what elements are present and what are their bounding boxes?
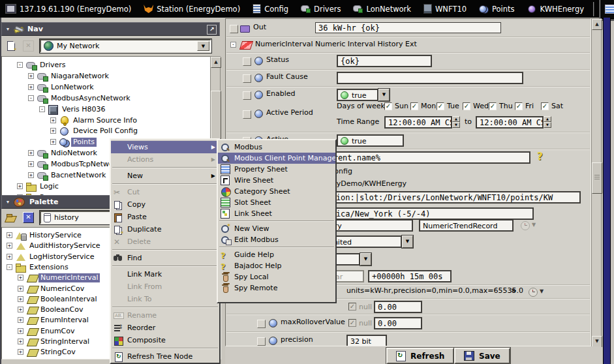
expand-icon[interactable]: + bbox=[18, 275, 23, 281]
day-checkbox-thu[interactable]: ✓ bbox=[489, 102, 497, 110]
expand-icon[interactable]: + bbox=[7, 232, 12, 238]
null-checkbox[interactable]: ✓ bbox=[348, 319, 356, 327]
collapse-icon[interactable]: - bbox=[17, 62, 23, 68]
submenu-guide-help[interactable]: Guide Help bbox=[218, 249, 335, 260]
time-from-field[interactable]: 12:00:00 AM CST bbox=[384, 116, 452, 129]
nav-root-selector[interactable]: My Network ▼ bbox=[40, 39, 211, 53]
submenu-modbus-client-point-manager[interactable]: Modbus Client Point Manager bbox=[218, 153, 335, 164]
context-menu-find[interactable]: Find bbox=[111, 252, 219, 264]
nav-tree-item-lonnetwork[interactable]: +LonNetwork bbox=[2, 82, 211, 93]
slot-checkbox[interactable] bbox=[257, 320, 266, 328]
time-to-field[interactable]: 12:00:00 AM CST bbox=[476, 116, 544, 129]
toolbar-item-kwhenergy[interactable]: KWHEnergy bbox=[527, 5, 584, 14]
expand-icon[interactable]: + bbox=[18, 317, 23, 323]
history-clock-icon[interactable] bbox=[529, 288, 538, 297]
context-menu-composite[interactable]: Composite bbox=[111, 334, 219, 346]
enabled-dropdown[interactable]: true bbox=[337, 89, 378, 101]
collapse-icon[interactable]: - bbox=[230, 42, 236, 48]
expand-icon[interactable]: + bbox=[50, 128, 56, 134]
scroll-down-icon[interactable]: ▼ bbox=[592, 336, 602, 347]
max-rollover-field[interactable]: 0.00 bbox=[374, 317, 422, 329]
nav-tree-item-niagaranetwork[interactable]: +NiagaraNetwork bbox=[2, 71, 211, 82]
expand-icon[interactable]: + bbox=[50, 117, 56, 123]
new-document-icon[interactable] bbox=[6, 41, 17, 51]
expand-icon[interactable]: + bbox=[18, 286, 23, 292]
view-selector[interactable]: Property Sheet ▾ bbox=[600, 0, 614, 20]
fault-cause-field[interactable] bbox=[337, 72, 523, 84]
scroll-up-icon[interactable]: ▲ bbox=[211, 57, 221, 68]
submenu-link-sheet[interactable]: Link Sheet bbox=[218, 208, 335, 219]
collapse-arrow-icon[interactable]: ▾ bbox=[7, 26, 9, 32]
time-to-spinner[interactable]: ▲▼ bbox=[544, 116, 551, 129]
null-checkbox[interactable]: ✓ bbox=[348, 303, 356, 311]
nav-tree-item-alarm-source-info[interactable]: +Alarm Source Info bbox=[2, 115, 211, 127]
submenu-spy-remote[interactable]: Spy Remote bbox=[218, 282, 335, 294]
time-from-spinner[interactable]: ▲▼ bbox=[452, 116, 460, 129]
context-menu-refresh-tree-node[interactable]: Refresh Tree Node bbox=[111, 350, 219, 363]
collapse-icon[interactable]: - bbox=[28, 95, 34, 101]
context-menu-copy[interactable]: Copy bbox=[111, 198, 219, 211]
slot-checkbox[interactable] bbox=[243, 74, 251, 83]
submenu-new-view[interactable]: New View bbox=[218, 223, 335, 234]
day-checkbox-wed[interactable]: ✓ bbox=[463, 102, 470, 110]
history-name-field[interactable]: %parent.name% bbox=[315, 151, 530, 164]
expand-icon[interactable]: + bbox=[50, 139, 56, 145]
timezone-field[interactable]: America/New_York (-5/-4) bbox=[313, 207, 534, 220]
close-palette-button[interactable]: ✕ bbox=[23, 212, 34, 223]
chevron-down-icon[interactable]: ▼ bbox=[402, 235, 413, 248]
nav-tree-item-drivers[interactable]: -Drivers bbox=[2, 60, 211, 71]
nav-panel-header[interactable]: ▾ Nav ↗ bbox=[1, 22, 220, 36]
maximize-icon[interactable]: ↗ bbox=[207, 25, 217, 35]
property-scrollbar-thumb[interactable] bbox=[592, 162, 602, 194]
day-checkbox-sun[interactable]: ✓ bbox=[384, 102, 392, 110]
facets-more-button[interactable]: » bbox=[511, 285, 516, 295]
slot-checkbox[interactable] bbox=[243, 91, 251, 100]
help-icon[interactable]: ? bbox=[537, 151, 543, 162]
collapse-icon[interactable]: - bbox=[39, 106, 45, 112]
toolbar-item-config[interactable]: Config bbox=[253, 4, 288, 14]
expand-icon[interactable]: + bbox=[7, 243, 12, 249]
day-checkbox-fri[interactable]: ✓ bbox=[515, 102, 523, 110]
slot-checkbox[interactable] bbox=[243, 110, 251, 119]
expand-icon[interactable]: + bbox=[18, 296, 23, 302]
slot-checkbox[interactable] bbox=[230, 25, 238, 33]
property-scrollbar[interactable]: ▲ ▼ bbox=[591, 18, 602, 346]
scroll-up-icon[interactable]: ▲ bbox=[592, 19, 602, 30]
chevron-down-icon[interactable]: ▼ bbox=[378, 89, 390, 101]
chevron-down-icon[interactable]: ▼ bbox=[360, 253, 371, 265]
open-palette-icon[interactable] bbox=[6, 213, 17, 222]
expand-icon[interactable]: + bbox=[7, 254, 12, 260]
min-rollover-field[interactable]: 0.00 bbox=[374, 301, 422, 313]
collapse-icon[interactable]: - bbox=[7, 264, 12, 270]
context-menu-duplicate[interactable]: Duplicate bbox=[111, 223, 219, 235]
toolbar-item-wnft10[interactable]: WNFT10 bbox=[423, 4, 467, 14]
expand-icon[interactable]: + bbox=[28, 150, 34, 156]
nav-tree-item-device-poll-config[interactable]: +Device Poll Config bbox=[2, 126, 211, 137]
nav-tree-item-modbusasyncnetwork[interactable]: -ModbusAsyncNetwork bbox=[2, 93, 211, 104]
submenu-property-sheet[interactable]: Property Sheet bbox=[218, 164, 335, 175]
expand-icon[interactable]: + bbox=[28, 161, 34, 167]
history-source-field[interactable]: station:|slot:/Drivers/LonNetwork/WNFT10… bbox=[313, 191, 581, 204]
chevron-down-icon[interactable]: ▼ bbox=[540, 288, 544, 294]
submenu-modbus[interactable]: Modbus bbox=[218, 142, 335, 153]
expand-icon[interactable]: + bbox=[28, 73, 34, 79]
expand-icon[interactable]: + bbox=[28, 172, 34, 178]
chevron-down-icon[interactable]: ▼ bbox=[197, 41, 209, 51]
context-menu-link-mark[interactable]: Link Mark bbox=[111, 268, 219, 281]
context-menu-reorder[interactable]: Reorder bbox=[111, 322, 219, 334]
toolbar-item-station-energydemo[interactable]: Station (EnergyDemo) bbox=[144, 5, 240, 14]
expand-icon[interactable]: + bbox=[18, 328, 23, 334]
context-menu-new[interactable]: New▶ bbox=[111, 170, 219, 182]
day-checkbox-mon[interactable]: ✓ bbox=[410, 102, 418, 110]
refresh-button[interactable]: Refresh bbox=[386, 348, 454, 364]
submenu-edit-modbus[interactable]: Edit Modbus bbox=[218, 234, 335, 245]
nav-tree-item-veris-h8036[interactable]: -Veris H8036 bbox=[2, 104, 211, 115]
submenu-wire-sheet[interactable]: Wire Sheet bbox=[218, 175, 335, 186]
submenu-slot-sheet[interactable]: Slot Sheet bbox=[218, 197, 335, 208]
toolbar-item-137-19-61-190-energydemo[interactable]: 137.19.61.190 (EnergyDemo) bbox=[5, 4, 131, 14]
submenu-bajadoc-help[interactable]: Bajadoc Help bbox=[218, 260, 335, 271]
collapse-arrow-icon[interactable]: ▾ bbox=[7, 199, 9, 205]
context-menu-paste[interactable]: Paste bbox=[111, 211, 219, 223]
day-checkbox-tue[interactable]: ✓ bbox=[437, 102, 444, 110]
toolbar-item-points[interactable]: Points bbox=[479, 5, 515, 14]
